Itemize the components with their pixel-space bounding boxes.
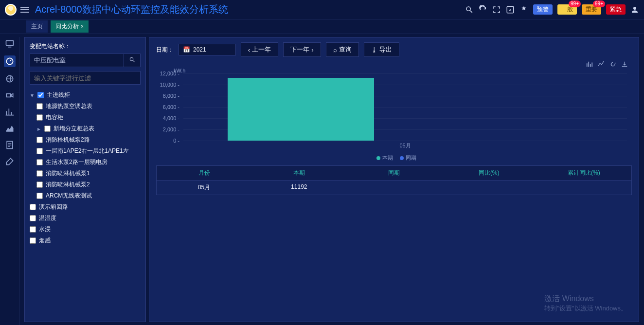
tree-filter-input[interactable] [30,71,141,85]
caret-icon[interactable]: ▸ [36,126,41,132]
svg-rect-2 [6,40,13,45]
legend-dot-prev [400,156,404,160]
tree-check[interactable] [36,148,43,154]
tree-check[interactable] [30,237,36,244]
tree-item: 水浸 [39,225,51,234]
tree-check[interactable] [36,137,43,143]
col-prev: 同期 [346,166,441,180]
query-button[interactable]: ⌕查询 [326,42,359,57]
badge-99b: 99+ [593,0,605,7]
theme-icon[interactable] [519,5,528,14]
alert-general[interactable]: 一般99+ [557,4,577,15]
cell-current: 11192 [251,181,346,195]
table-header: 月份 本期 同期 同比(%) 累计同比(%) [157,166,631,181]
cell-yoy [442,181,537,195]
legend-current: 本期 [382,155,393,161]
tree-check[interactable] [30,226,36,233]
tab-yoy-analysis[interactable]: 同比分析 × [51,20,89,33]
alert-pre[interactable]: 预警 [533,4,553,15]
bar-view-icon[interactable] [586,61,593,68]
tree-check[interactable] [30,204,36,210]
line-view-icon[interactable] [598,61,605,68]
save-image-icon[interactable] [621,61,628,68]
nav-tools-icon[interactable] [5,157,15,166]
prev-year-button[interactable]: ‹上一年 [241,42,278,57]
refresh-icon[interactable] [479,5,487,14]
cell-cumyoy [537,181,631,195]
tree-item: 消防栓机械泵2路 [46,136,90,144]
avatar[interactable] [5,4,17,16]
station-input[interactable] [30,54,124,67]
btn-label: 查询 [339,45,352,54]
next-year-button[interactable]: 下一年› [283,42,321,57]
cell-month: 05月 [157,181,251,195]
fullscreen-icon[interactable] [492,5,501,14]
station-search-button[interactable] [124,54,141,67]
chevron-right-icon: › [311,46,313,54]
nav-gauge-icon[interactable] [4,55,16,67]
tree-item: 消防喷淋机械泵1 [46,169,90,178]
watermark-line2: 转到"设置"以激活 Windows。 [544,304,627,313]
tree-check[interactable] [37,92,44,98]
legend-dot-current [376,156,380,160]
y-axis: 0 -2,000 -4,000 -6,000 -8,000 -10,000 -1… [156,73,181,141]
alert-urgent[interactable]: 紧急 [606,4,626,15]
col-yoy: 同比(%) [442,166,537,180]
tree-item: 电容柜 [46,113,63,122]
tree-item: 温湿度 [39,214,56,222]
caret-icon[interactable]: ▾ [30,92,35,99]
date-label: 日期： [156,46,174,54]
table-row: 05月 11192 [157,181,631,195]
tab-label: 同比分析 [55,22,79,31]
left-nav [0,37,19,325]
tree-check[interactable] [36,103,43,109]
tree-check[interactable] [36,170,43,177]
plot-area [183,73,627,141]
chart-legend: 本期 同期 [156,152,632,165]
windows-watermark: 激活 Windows 转到"设置"以激活 Windows。 [544,294,627,313]
device-tree: ▾主进线柜 地源热泵空调总表 电容柜 ▸新增分立柜总表 消防栓机械泵2路 一层南… [30,90,141,246]
station-label: 变配电站名称： [30,42,141,51]
btn-label: 下一年 [290,45,309,54]
nav-area-icon[interactable] [5,124,15,133]
watermark-line1: 激活 Windows [544,294,627,304]
nav-globe-icon[interactable] [5,74,15,84]
tree-item: 新增分立柜总表 [54,125,94,133]
col-current: 本期 [251,166,346,180]
topbar: Acrel-8000数据中心动环监控及能效分析系统 A 预警 一般99+ 重要9… [0,0,644,19]
badge-99: 99+ [569,0,581,7]
close-icon[interactable]: × [81,24,84,29]
search-icon: ⌕ [333,46,337,54]
nav-camera-icon[interactable] [5,90,15,100]
legend-prev: 同期 [406,155,416,161]
tree-check[interactable] [36,159,43,165]
tree-check[interactable] [36,181,43,188]
tab-home[interactable]: 主页 [26,20,48,33]
topbar-right: A 预警 一般99+ 重要99+ 紧急 [465,4,639,15]
tree-item: 演示箱回路 [39,203,68,211]
reset-icon[interactable] [609,61,616,68]
tree-item: 消防喷淋机械泵2 [46,181,90,189]
tree-item: ARCM无线表测试 [46,192,92,200]
search-icon[interactable] [465,5,474,14]
tree-check[interactable] [36,114,43,121]
language-icon[interactable]: A [506,5,515,14]
main-panel: 日期： 📅 2021 ‹上一年 下一年› ⌕查询 ⭳导出 kW.h 0 -2,0… [149,37,639,322]
tree-item: 生活水泵2路一层弱电房 [46,158,107,166]
tree-item: 一层南1APE2右一层北1APE1左 [46,147,129,155]
tree-check[interactable] [36,193,43,199]
nav-report-icon[interactable] [5,140,15,150]
year-picker[interactable]: 📅 2021 [179,44,236,55]
query-bar: 日期： 📅 2021 ‹上一年 下一年› ⌕查询 ⭳导出 [156,42,632,57]
side-panel: 变配电站名称： ▾主进线柜 地源热泵空调总表 电容柜 ▸新增分立柜总表 消防栓机… [24,37,146,322]
menu-toggle[interactable] [20,7,29,13]
export-button[interactable]: ⭳导出 [364,42,399,57]
user-icon[interactable] [630,5,639,14]
nav-monitor-icon[interactable] [5,39,15,49]
tree-check[interactable] [44,126,51,132]
tree-check[interactable] [30,215,36,221]
cell-prev [346,181,441,195]
alert-important[interactable]: 重要99+ [582,4,601,15]
nav-chart-icon[interactable] [5,107,15,117]
svg-text:A: A [509,8,511,12]
